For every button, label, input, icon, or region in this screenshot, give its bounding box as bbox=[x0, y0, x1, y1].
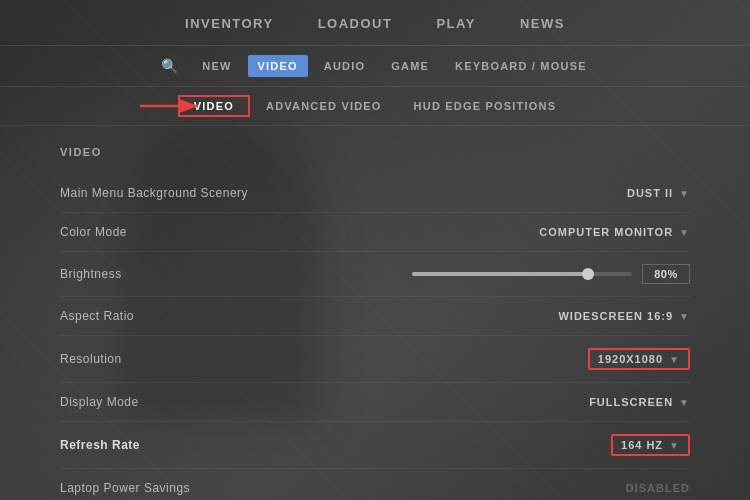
tab-game[interactable]: GAME bbox=[381, 55, 439, 77]
value-laptop-power-savings: DISABLED bbox=[626, 482, 690, 494]
label-resolution: Resolution bbox=[60, 352, 122, 366]
section-title: Video bbox=[60, 146, 690, 158]
label-aspect-ratio: Aspect Ratio bbox=[60, 309, 134, 323]
value-background-scenery[interactable]: DUST II ▼ bbox=[627, 187, 690, 199]
label-brightness: Brightness bbox=[60, 267, 122, 281]
label-color-mode: Color Mode bbox=[60, 225, 127, 239]
label-background-scenery: Main Menu Background Scenery bbox=[60, 186, 248, 200]
label-laptop-power-savings: Laptop Power Savings bbox=[60, 481, 190, 495]
tab-new[interactable]: NEW bbox=[192, 55, 241, 77]
chevron-down-icon: ▼ bbox=[679, 188, 690, 199]
tab-audio[interactable]: AUDIO bbox=[314, 55, 375, 77]
setting-laptop-power-savings: Laptop Power Savings DISABLED bbox=[60, 469, 690, 500]
setting-display-mode: Display Mode FULLSCREEN ▼ bbox=[60, 383, 690, 422]
tab-video[interactable]: VIDEO bbox=[248, 55, 308, 77]
nav-play[interactable]: PLAY bbox=[434, 12, 477, 35]
value-display-mode[interactable]: FULLSCREEN ▼ bbox=[589, 396, 690, 408]
value-refresh-rate[interactable]: 164 HZ ▼ bbox=[611, 434, 690, 456]
arrow-indicator bbox=[140, 95, 205, 117]
chevron-down-icon: ▼ bbox=[679, 311, 690, 322]
value-aspect-ratio[interactable]: WIDESCREEN 16:9 ▼ bbox=[558, 310, 690, 322]
brightness-slider-container: 80% bbox=[412, 264, 690, 284]
settings-panel: Video Main Menu Background Scenery DUST … bbox=[0, 126, 750, 500]
chevron-down-icon: ▼ bbox=[669, 440, 680, 451]
brightness-slider-track[interactable] bbox=[412, 272, 632, 276]
chevron-down-icon: ▼ bbox=[679, 397, 690, 408]
setting-resolution: Resolution 1920X1080 ▼ bbox=[60, 336, 690, 383]
setting-background-scenery: Main Menu Background Scenery DUST II ▼ bbox=[60, 174, 690, 213]
subtab-advanced-video[interactable]: ADVANCED VIDEO bbox=[250, 95, 398, 117]
tab-keyboard-mouse[interactable]: KEYBOARD / MOUSE bbox=[445, 55, 597, 77]
search-icon[interactable]: 🔍 bbox=[153, 54, 186, 78]
nav-loadout[interactable]: LOADOUT bbox=[316, 12, 395, 35]
brightness-slider-thumb[interactable] bbox=[582, 268, 594, 280]
nav-news[interactable]: NEWS bbox=[518, 12, 567, 35]
chevron-down-icon: ▼ bbox=[679, 227, 690, 238]
value-resolution[interactable]: 1920X1080 ▼ bbox=[588, 348, 690, 370]
setting-refresh-rate: Refresh Rate 164 HZ ▼ bbox=[60, 422, 690, 469]
brightness-value: 80% bbox=[642, 264, 690, 284]
subtab-hud-edge-positions[interactable]: HUD EDGE POSITIONS bbox=[398, 95, 573, 117]
nav-inventory[interactable]: INVENTORY bbox=[183, 12, 276, 35]
top-navigation: INVENTORY LOADOUT PLAY NEWS bbox=[0, 0, 750, 46]
label-display-mode: Display Mode bbox=[60, 395, 139, 409]
brightness-slider-fill bbox=[412, 272, 588, 276]
label-refresh-rate: Refresh Rate bbox=[60, 438, 140, 452]
setting-aspect-ratio: Aspect Ratio WIDESCREEN 16:9 ▼ bbox=[60, 297, 690, 336]
chevron-down-icon: ▼ bbox=[669, 354, 680, 365]
setting-brightness: Brightness 80% bbox=[60, 252, 690, 297]
settings-navigation: 🔍 NEW VIDEO AUDIO GAME KEYBOARD / MOUSE bbox=[0, 46, 750, 87]
setting-color-mode: Color Mode COMPUTER MONITOR ▼ bbox=[60, 213, 690, 252]
video-sub-navigation: VIDEO ADVANCED VIDEO HUD EDGE POSITIONS bbox=[0, 87, 750, 126]
value-color-mode[interactable]: COMPUTER MONITOR ▼ bbox=[539, 226, 690, 238]
